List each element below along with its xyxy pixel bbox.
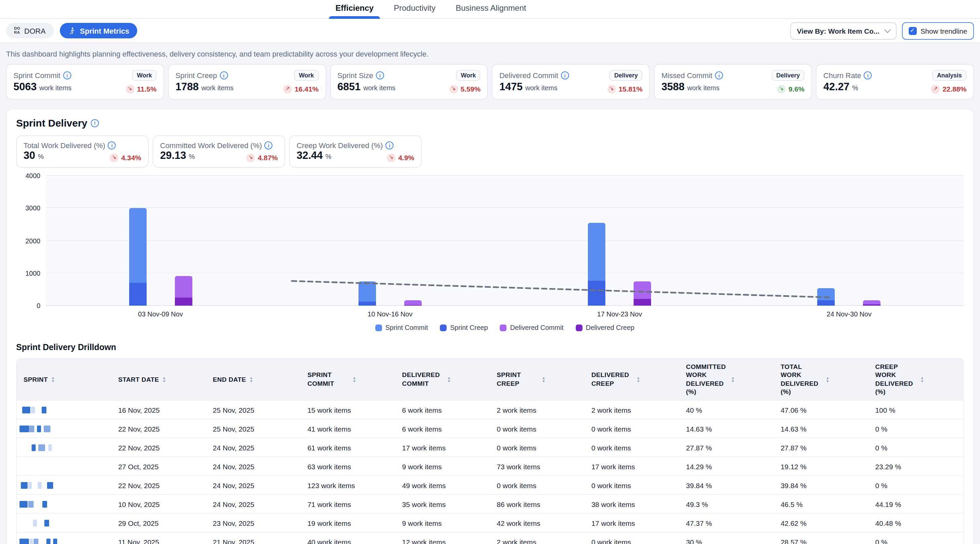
legend-swatch	[440, 324, 447, 331]
tab-efficiency[interactable]: Efficiency	[334, 0, 375, 18]
trend-indicator: ↘15.81%	[607, 85, 642, 93]
table-row[interactable]: 11 Nov, 202521 Nov, 202540 work items12 …	[17, 532, 963, 544]
show-trendline-label: Show trendline	[921, 27, 967, 35]
arrow-down-right-icon: ↘	[126, 85, 134, 93]
table-row[interactable]: 22 Nov, 202524 Nov, 202561 work items17 …	[17, 438, 963, 457]
legend-item-sprint-creep[interactable]: Sprint Creep	[440, 324, 488, 331]
redacted-pixel-block	[53, 539, 57, 544]
card-value: 32.44	[297, 150, 323, 161]
view-by-dropdown[interactable]: View By: Work Item Co...	[790, 22, 896, 39]
sort-icon[interactable]: ▲▼	[542, 376, 546, 383]
cell-delivered-creep: 17 work items	[584, 463, 679, 471]
column-header-start-date[interactable]: Start Date▲▼	[111, 371, 206, 388]
card-value-row: 32.44%↘4.9%	[297, 150, 414, 162]
y-tick-label: 0	[37, 302, 40, 309]
card-unit: work items	[202, 84, 234, 92]
x-tick-label: 17 Nov-23 Nov	[505, 310, 735, 318]
sort-icon[interactable]: ▲▼	[826, 376, 829, 383]
dashboard-page: EfficiencyProductivityBusiness Alignment…	[0, 0, 980, 544]
sort-icon[interactable]: ▲▼	[636, 376, 640, 383]
info-icon[interactable]	[91, 119, 99, 127]
table-row[interactable]: 29 Oct, 202523 Nov, 202519 work items9 w…	[17, 514, 963, 532]
table-row[interactable]: 16 Nov, 202525 Nov, 202515 work items6 w…	[17, 400, 963, 419]
info-icon[interactable]	[63, 71, 71, 80]
column-header-total-work-delivered[interactable]: Total Work Delivered (%)▲▼	[774, 359, 869, 400]
card-unit: work items	[363, 84, 396, 92]
column-header-label: Sprint	[24, 375, 48, 384]
sort-icon[interactable]: ▲▼	[921, 376, 924, 383]
x-tick-label: 10 Nov-16 Nov	[275, 310, 505, 318]
table-row[interactable]: 22 Nov, 202525 Nov, 202541 work items6 w…	[17, 419, 963, 438]
cell-delivered-creep: 0 work items	[584, 538, 679, 544]
sort-icon[interactable]: ▲▼	[250, 376, 253, 383]
sprint-name-redacted	[17, 401, 111, 419]
legend-item-delivered-creep[interactable]: Delivered Creep	[576, 324, 635, 331]
card-unit: work items	[687, 84, 720, 92]
column-header-committed-work-delivered[interactable]: Committed Work Delivered (%)▲▼	[679, 359, 774, 400]
column-header-sprint-creep[interactable]: Sprint Creep▲▼	[490, 367, 584, 392]
tab-group: EfficiencyProductivityBusiness Alignment	[334, 0, 528, 18]
table-row[interactable]: 27 Oct, 202524 Nov, 202563 work items9 w…	[17, 457, 963, 475]
info-icon[interactable]	[108, 141, 116, 150]
category-badge: Work	[456, 70, 480, 81]
redacted-pixel-block	[44, 426, 51, 432]
sort-icon[interactable]: ▲▼	[162, 376, 166, 383]
dora-button[interactable]: DORA	[6, 23, 54, 38]
card-title: Churn Rate	[823, 71, 861, 80]
column-header-creep-work-delivered[interactable]: Creep Work Delivered (%)▲▼	[869, 359, 963, 400]
column-header-end-date[interactable]: End Date▲▼	[206, 371, 301, 388]
redacted-pixel-block	[33, 520, 37, 526]
cell-total-work-delivered: 42.62 %	[774, 519, 869, 527]
sort-icon[interactable]: ▲▼	[51, 376, 55, 383]
info-icon[interactable]	[385, 141, 393, 150]
info-icon[interactable]	[864, 71, 872, 80]
sprint-delivery-title: Sprint Delivery	[16, 117, 88, 129]
trend-indicator: ↘9.6%	[777, 85, 805, 93]
tab-productivity[interactable]: Productivity	[393, 0, 437, 18]
checkbox-checked-icon[interactable]	[908, 27, 916, 35]
sort-icon[interactable]: ▲▼	[731, 376, 735, 383]
info-icon[interactable]	[220, 71, 228, 80]
sort-icon[interactable]: ▲▼	[447, 376, 451, 383]
column-header-sprint-commit[interactable]: Sprint Commit▲▼	[301, 367, 395, 392]
card-header: Sprint SizeWork	[337, 70, 480, 81]
trend-percent: 22.88%	[943, 85, 967, 93]
info-icon[interactable]	[715, 71, 723, 80]
toolbar: DORA Sprint Metrics View By: Work Item C…	[0, 19, 980, 43]
cell-sprint-creep: 0 work items	[490, 425, 584, 433]
legend-item-sprint-commit[interactable]: Sprint Commit	[375, 324, 428, 331]
table-row[interactable]: 10 Nov, 202524 Nov, 202571 work items35 …	[17, 495, 963, 514]
info-icon[interactable]	[561, 71, 569, 80]
delivery-kpi-cards: Total Work Delivered (%)30%↘4.34%Committ…	[16, 135, 964, 168]
column-header-delivered-commit[interactable]: Delivered Commit▲▼	[396, 367, 490, 392]
toolbar-controls: View By: Work Item Co... Show trendline	[790, 22, 974, 39]
metric-scope-pills: DORA Sprint Metrics	[6, 23, 137, 38]
table-row[interactable]: 22 Nov, 202524 Nov, 2025123 work items49…	[17, 475, 963, 495]
column-header-sprint[interactable]: Sprint▲▼	[17, 371, 111, 388]
metric-card-churn-rate: Churn RateAnalysis42.27%↗22.88%	[816, 64, 974, 100]
trend-percent: 4.9%	[398, 153, 414, 161]
info-icon[interactable]	[265, 141, 273, 150]
cell-delivered-commit: 6 work items	[396, 406, 490, 414]
card-header: Churn RateAnalysis	[823, 70, 967, 81]
show-trendline-toggle[interactable]: Show trendline	[902, 22, 974, 39]
card-title: Delivered Commit	[500, 71, 558, 80]
redacted-pixel-block	[29, 426, 34, 432]
cell-committed-work-delivered: 27.87 %	[679, 443, 774, 452]
info-icon[interactable]	[376, 71, 384, 80]
card-value-row: 1788work items↗16.41%	[175, 81, 319, 93]
tab-business-alignment[interactable]: Business Alignment	[454, 0, 527, 18]
trend-indicator: ↘4.87%	[246, 153, 278, 162]
sort-icon[interactable]: ▲▼	[352, 376, 356, 383]
cell-start-date: 22 Nov, 2025	[111, 482, 206, 490]
cell-end-date: 25 Nov, 2025	[206, 406, 301, 414]
card-header: Delivered CommitDelivery	[500, 70, 643, 81]
cell-creep-work-delivered: 0 %	[869, 425, 963, 433]
redacted-pixel-block	[32, 444, 36, 451]
cell-end-date: 25 Nov, 2025	[206, 425, 301, 433]
card-unit: %	[852, 84, 858, 92]
card-title: Committed Work Delivered (%)	[160, 141, 262, 150]
column-header-delivered-creep[interactable]: Delivered Creep▲▼	[584, 367, 679, 392]
legend-item-delivered-commit[interactable]: Delivered Commit	[500, 324, 564, 331]
sprint-metrics-button[interactable]: Sprint Metrics	[60, 23, 138, 38]
